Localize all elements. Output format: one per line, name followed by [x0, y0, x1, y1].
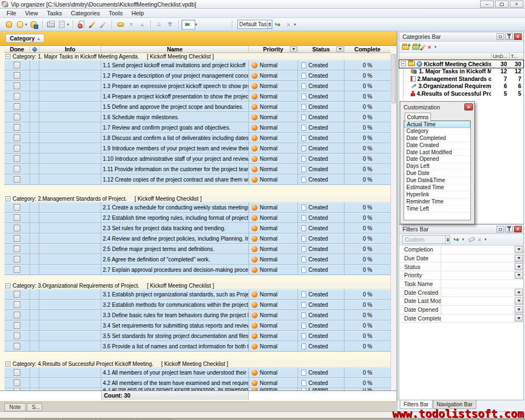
apply-filter-caret-icon[interactable]: ▾	[462, 237, 464, 242]
column-option[interactable]: Reminder Time	[404, 199, 470, 206]
filter-preset-combo[interactable]: Custom	[402, 235, 450, 244]
task-checkbox[interactable]	[14, 145, 20, 151]
table-row[interactable]: 1.8 Discuss and confirm a list of delive…	[4, 133, 390, 143]
table-row[interactable]: 2.2 Establish time reporting rules, incl…	[4, 213, 390, 223]
remove-filter-icon[interactable]: ×	[478, 236, 481, 243]
print-preview-button[interactable]	[56, 19, 67, 30]
filter-dropdown-button[interactable]	[515, 272, 523, 279]
tab-note[interactable]: Note	[4, 403, 26, 411]
table-row[interactable]: 2.6 Agree the definition of "completed" …	[4, 254, 390, 265]
move-to-bottom-button[interactable]: ⇊	[154, 19, 165, 30]
task-checkbox[interactable]	[14, 369, 20, 376]
task-checkbox[interactable]	[14, 176, 20, 183]
print-button[interactable]	[45, 19, 56, 30]
task-checkbox[interactable]	[14, 114, 20, 120]
filter-dropdown-button[interactable]	[515, 246, 523, 253]
column-option[interactable]: Due Date	[404, 170, 470, 177]
menu-item-view[interactable]: View	[21, 9, 43, 17]
table-row[interactable]: 3.1 Establish project organizational sta…	[4, 289, 390, 300]
task-checkbox[interactable]	[14, 62, 20, 68]
task-checkbox[interactable]	[14, 166, 20, 172]
task-checkbox[interactable]	[14, 155, 20, 162]
filter-value-field[interactable]	[441, 288, 515, 296]
filters-toolbar-caret-icon[interactable]: ▾	[485, 237, 487, 242]
view-task-button[interactable]	[115, 19, 126, 30]
task-checkbox[interactable]	[14, 225, 20, 231]
apply-filter-icon[interactable]: ↪	[453, 236, 459, 243]
collapse-icon[interactable]: −	[5, 361, 10, 366]
category-tree-item[interactable]: 3.Organizational Requirements66	[399, 83, 523, 90]
status-filter-dropdown[interactable]	[336, 46, 343, 52]
table-row[interactable]: 1.5 Define and approve the project scope…	[4, 102, 390, 112]
edit-category-icon[interactable]	[421, 44, 426, 50]
tab-s[interactable]: S...	[27, 403, 42, 411]
table-row[interactable]: 1.1 Send project kickoff email invitatio…	[4, 60, 390, 71]
table-row[interactable]: 2.7 Explain approval procedures and deci…	[4, 265, 390, 275]
filters-pin-button[interactable]	[505, 226, 513, 232]
task-checkbox[interactable]	[14, 380, 20, 386]
column-option[interactable]: Due Date&Time	[404, 177, 470, 184]
column-option[interactable]: Time Left	[404, 206, 470, 213]
categories-toolbar-caret-icon[interactable]: ▾	[434, 45, 436, 49]
clear-filter-icon[interactable]	[468, 237, 475, 242]
undone-column-header[interactable]: UnD...	[491, 53, 509, 60]
task-checkbox[interactable]	[14, 235, 20, 242]
table-row[interactable]: 3.5 Set standards for storing project do…	[4, 331, 390, 341]
add-category-icon[interactable]	[402, 45, 409, 50]
add-task-button[interactable]	[76, 19, 87, 30]
close-button[interactable]: ×	[510, 1, 523, 8]
column-header-info[interactable]: Info	[39, 46, 101, 52]
group-by-category-chip[interactable]: Category ▵	[5, 34, 44, 43]
collapse-icon[interactable]: −	[5, 54, 10, 59]
table-row[interactable]: 3.3 Define basic rules for team behavior…	[4, 310, 390, 320]
table-row[interactable]: 1.9 Introduce members of your project te…	[4, 143, 390, 154]
column-option[interactable]: Estimated Time	[404, 184, 470, 191]
task-checkbox[interactable]	[14, 72, 20, 79]
column-header-done[interactable]: Done	[4, 46, 30, 52]
delete-task-button[interactable]	[98, 19, 109, 30]
table-row[interactable]: 1.7 Review and confirm project goals and…	[4, 122, 390, 133]
categories-restore-button[interactable]	[497, 33, 504, 40]
move-down-button[interactable]: ▼	[126, 19, 137, 30]
apply-view-button[interactable]: ↪	[272, 19, 283, 30]
priority-filter-dropdown[interactable]	[290, 46, 297, 52]
customization-titlebar[interactable]: Customization ×	[400, 102, 474, 111]
customization-close-button[interactable]: ×	[464, 103, 473, 110]
category-tree-item[interactable]: 4.Results of Successful Projec55	[399, 90, 523, 97]
minimize-button[interactable]: –	[480, 1, 494, 8]
table-row[interactable]: 1.6 Schedule major milestones.NormalCrea…	[4, 112, 390, 122]
column-header-name[interactable]: Name	[101, 46, 249, 52]
clear-view-button[interactable]: ×	[283, 19, 294, 30]
filter-value-field[interactable]	[441, 262, 515, 271]
filter-dropdown-button[interactable]	[515, 306, 523, 313]
menu-item-tools[interactable]: Tools	[104, 9, 127, 17]
table-row[interactable]: 2.4 Review and define project policies, …	[4, 234, 390, 244]
table-row[interactable]: 2.1 Create a schedule for conducting wee…	[4, 202, 390, 213]
table-row[interactable]: 3.4 Set requirements for submitting stat…	[4, 320, 390, 331]
task-checkbox[interactable]	[14, 256, 20, 262]
task-checkbox[interactable]	[14, 312, 20, 318]
filter-value-field[interactable]	[441, 271, 515, 279]
column-header-complete[interactable]: Complete	[345, 46, 390, 52]
category-tree-item[interactable]: 1. Major Tasks in Kickoff Meet1212	[399, 68, 523, 75]
menu-item-file[interactable]: File	[2, 9, 21, 17]
task-checkbox[interactable]	[14, 93, 20, 100]
table-row[interactable]: 4.1 All members of your project team hav…	[4, 368, 390, 378]
task-view-caret-icon[interactable]: ▾	[195, 22, 197, 27]
column-header-status[interactable]: Status	[298, 46, 345, 52]
column-option[interactable]: Hyperlink	[404, 191, 470, 199]
edit-task-button[interactable]	[87, 19, 98, 30]
column-option[interactable]: Date Opened	[404, 156, 470, 163]
column-option[interactable]: Days Left	[404, 163, 470, 170]
task-checkbox[interactable]	[14, 135, 20, 141]
collapse-icon[interactable]: −	[5, 196, 10, 201]
column-option[interactable]: Date Completed	[404, 135, 470, 142]
open-database-caret-icon[interactable]: ▾	[25, 22, 27, 27]
task-checkbox[interactable]	[14, 103, 20, 110]
filters-close-button[interactable]: ×	[514, 226, 522, 232]
menu-item-help[interactable]: Help	[127, 9, 148, 17]
table-row[interactable]: 1.3 Prepare an expressive project kickof…	[4, 81, 390, 91]
category-tree-item[interactable]: 2.Management Standards of P77	[399, 75, 523, 83]
task-view-combo[interactable]: Default Task V	[237, 20, 272, 29]
delete-category-icon[interactable]: ×	[428, 44, 431, 50]
